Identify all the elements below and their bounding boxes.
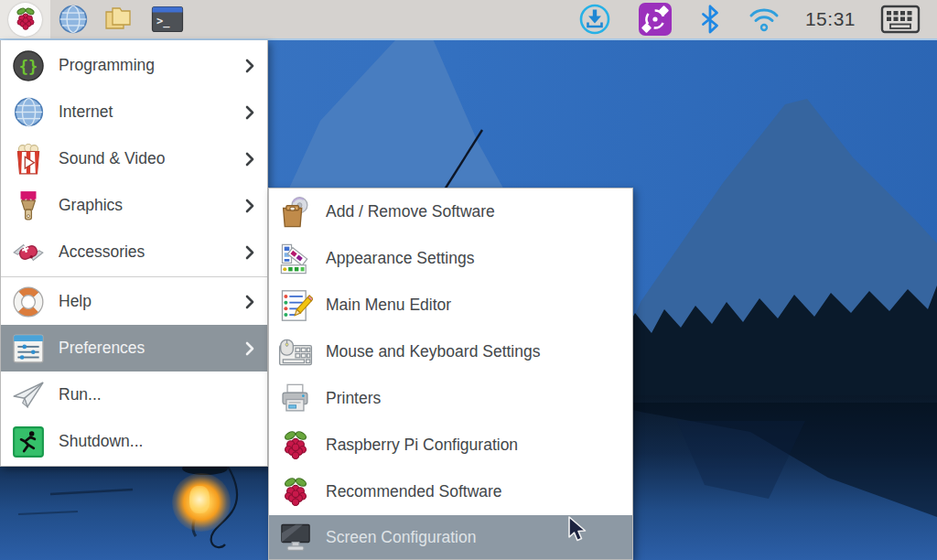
menu-separator xyxy=(1,276,267,277)
wifi-button[interactable] xyxy=(740,5,788,33)
terminal-icon: >_ xyxy=(151,5,184,33)
printer-icon xyxy=(277,381,314,417)
web-browser-button[interactable] xyxy=(50,0,96,38)
taskbar-status-area: 15:31 xyxy=(571,2,937,37)
paper-plane-icon xyxy=(10,377,47,414)
swiss-knife-icon xyxy=(10,234,47,271)
menu-pencil-icon xyxy=(277,287,314,324)
menu-item-shutdown[interactable]: Shutdown... xyxy=(1,418,267,465)
mouse-keyboard-icon xyxy=(277,334,314,371)
monitor-icon xyxy=(277,520,314,556)
menu-item-internet[interactable]: Internet xyxy=(1,89,267,135)
menu-item-accessories[interactable]: Accessories xyxy=(1,229,267,275)
package-disc-icon xyxy=(277,194,314,231)
globe-icon xyxy=(10,94,47,131)
color-swatches-icon xyxy=(277,241,314,277)
svg-text:{}: {} xyxy=(19,57,38,75)
submenu-item-label: Appearance Settings xyxy=(326,249,625,268)
menu-item-label: Internet xyxy=(59,102,245,122)
exit-sign-icon xyxy=(10,424,47,460)
taskbar: >_ xyxy=(0,0,937,40)
desktop: >_ xyxy=(0,0,937,560)
chevron-right-icon xyxy=(245,152,254,167)
menu-item-graphics[interactable]: Graphics xyxy=(1,182,267,229)
settings-window-icon xyxy=(10,330,47,367)
submenu-item-label: Mouse and Keyboard Settings xyxy=(326,342,625,361)
keyboard-icon xyxy=(880,5,921,34)
raspberry-logo-icon xyxy=(8,3,42,37)
chevron-right-icon xyxy=(245,341,254,356)
menu-item-label: Graphics xyxy=(59,196,245,215)
submenu-item-label: Raspberry Pi Configuration xyxy=(326,436,625,455)
terminal-button[interactable]: >_ xyxy=(144,0,191,38)
submenu-item-label: Main Menu Editor xyxy=(326,296,625,315)
vnc-icon xyxy=(638,2,673,37)
taskbar-launchers: >_ xyxy=(0,0,191,38)
submenu-item-raspberry-pi-configuration[interactable]: Raspberry Pi Configuration xyxy=(269,422,632,468)
submenu-item-recommended-software[interactable]: Recommended Software xyxy=(269,468,632,515)
virtual-keyboard-button[interactable] xyxy=(873,5,928,34)
menu-item-label: Preferences xyxy=(59,339,245,358)
preferences-submenu: Add / Remove Software Appearance Setting… xyxy=(268,188,633,560)
bluetooth-icon xyxy=(699,5,721,34)
software-updates-icon xyxy=(578,3,611,36)
applications-menu-button[interactable] xyxy=(0,0,50,38)
submenu-item-label: Printers xyxy=(326,389,625,408)
menu-item-label: Accessories xyxy=(59,242,245,262)
bluetooth-button[interactable] xyxy=(692,5,728,34)
software-updates-button[interactable] xyxy=(571,3,619,36)
paintbrush-icon xyxy=(10,188,47,224)
menu-item-help[interactable]: Help xyxy=(1,278,267,325)
submenu-item-add-remove-software[interactable]: Add / Remove Software xyxy=(269,188,632,235)
chevron-right-icon xyxy=(245,295,254,309)
chevron-right-icon xyxy=(245,59,254,73)
clock[interactable]: 15:31 xyxy=(800,8,861,30)
web-browser-icon xyxy=(58,4,89,35)
file-manager-button[interactable] xyxy=(96,0,144,38)
submenu-item-label: Recommended Software xyxy=(326,482,625,501)
svg-text:>_: >_ xyxy=(156,15,170,28)
submenu-item-printers[interactable]: Printers xyxy=(269,375,632,422)
menu-item-label: Programming xyxy=(59,56,245,75)
vnc-button[interactable] xyxy=(630,2,680,37)
raspberry-icon xyxy=(277,427,314,464)
menu-item-label: Run... xyxy=(59,385,260,404)
menu-item-programming[interactable]: {} Programming xyxy=(1,42,267,89)
chevron-right-icon xyxy=(245,105,254,120)
submenu-item-mouse-keyboard-settings[interactable]: Mouse and Keyboard Settings xyxy=(269,328,632,375)
menu-item-label: Shutdown... xyxy=(59,432,260,451)
submenu-item-label: Add / Remove Software xyxy=(326,202,625,221)
submenu-item-appearance-settings[interactable]: Appearance Settings xyxy=(269,235,632,282)
chevron-right-icon xyxy=(245,199,254,213)
raspberry-icon xyxy=(277,474,314,511)
mouse-cursor xyxy=(565,515,589,543)
menu-item-label: Sound & Video xyxy=(59,149,245,168)
submenu-item-main-menu-editor[interactable]: Main Menu Editor xyxy=(269,282,632,328)
file-manager-icon xyxy=(103,5,136,34)
menu-item-run[interactable]: Run... xyxy=(1,372,267,418)
popcorn-icon xyxy=(10,141,47,178)
applications-menu: {} Programming Internet xyxy=(0,40,268,467)
menu-item-label: Help xyxy=(59,292,245,311)
wifi-icon xyxy=(748,5,781,33)
lantern-core xyxy=(189,486,210,513)
lifebuoy-icon xyxy=(10,284,47,320)
menu-item-preferences[interactable]: Preferences xyxy=(1,325,267,372)
programming-icon: {} xyxy=(10,48,47,84)
chevron-right-icon xyxy=(245,245,254,260)
menu-item-sound-video[interactable]: Sound & Video xyxy=(1,135,267,182)
